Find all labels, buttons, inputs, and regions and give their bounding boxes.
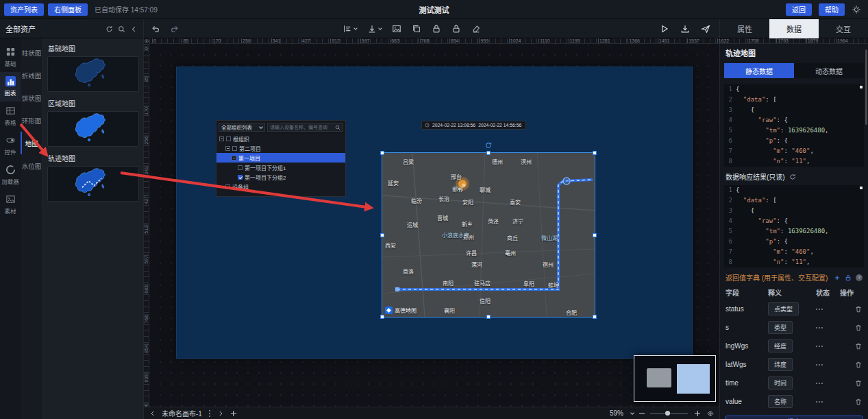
more-actions-icon[interactable]: [816, 383, 840, 384]
expander-icon[interactable]: [225, 146, 230, 151]
org-tree-widget[interactable]: 全部组织列表 根组织第二项目第一项目第一项目下分组1第一项目下分组2设备组: [216, 120, 346, 197]
tree-node[interactable]: 第一项目下分组2: [216, 172, 345, 182]
rotate-handle-icon[interactable]: [484, 141, 493, 149]
checkbox[interactable]: [226, 136, 231, 141]
panel-tab-attributes[interactable]: 属性: [720, 19, 769, 38]
checkbox[interactable]: [238, 175, 243, 180]
checkbox[interactable]: [238, 165, 243, 170]
canvas-menu-icon[interactable]: [209, 413, 210, 414]
data-tab-dynamic[interactable]: 动态数据: [794, 63, 864, 78]
submit-button[interactable]: 提交: [726, 416, 863, 419]
resize-handle-ne[interactable]: [593, 151, 597, 155]
category-item-pie[interactable]: 饼状图: [21, 86, 42, 109]
rail-item-controls[interactable]: 控件: [0, 131, 21, 160]
rail-item-loaders[interactable]: 加载器: [0, 160, 21, 190]
panel-scrollbar[interactable]: [865, 49, 867, 125]
zoom-in-icon[interactable]: [693, 409, 702, 418]
delete-field-icon[interactable]: [854, 361, 863, 369]
zoom-level[interactable]: 59%: [610, 409, 623, 417]
refresh-icon[interactable]: [106, 25, 113, 33]
resize-handle-sw[interactable]: [380, 315, 384, 319]
preview-play-icon[interactable]: [660, 24, 669, 34]
artboard[interactable]: 全部组织列表 根组织第二项目第一项目第一项目下分组1第一项目下分组2设备组 20…: [177, 67, 692, 358]
asset-list-button[interactable]: 资产列表: [4, 3, 44, 16]
next-canvas-icon[interactable]: [217, 410, 224, 417]
add-canvas-icon[interactable]: [230, 409, 238, 418]
delete-field-icon[interactable]: [854, 324, 863, 332]
more-actions-icon[interactable]: [816, 346, 840, 347]
viewer-resize-handle[interactable]: [860, 187, 863, 189]
tree-node[interactable]: 第二项目: [216, 143, 345, 153]
right-panel-button[interactable]: 右侧面板: [48, 3, 88, 16]
asset-card-region[interactable]: 区域地图: [47, 98, 139, 147]
editor-resize-handle[interactable]: [860, 86, 863, 88]
zoom-out-icon[interactable]: [639, 413, 645, 414]
resize-handle-s[interactable]: [486, 315, 491, 319]
more-actions-icon[interactable]: [816, 364, 840, 366]
zoom-slider[interactable]: [650, 413, 688, 414]
more-actions-icon[interactable]: [816, 401, 840, 403]
panel-tab-interaction[interactable]: 交互: [819, 19, 868, 38]
resize-handle-w[interactable]: [380, 233, 384, 237]
minimap[interactable]: [634, 355, 716, 402]
device-search-input[interactable]: [270, 125, 335, 130]
ruler-origin-icon[interactable]: [144, 38, 149, 44]
delete-field-icon[interactable]: [854, 398, 863, 406]
align-dropdown-icon[interactable]: [343, 24, 357, 34]
add-field-icon[interactable]: [834, 274, 841, 281]
more-actions-icon[interactable]: [816, 327, 840, 328]
datetime-range-picker[interactable]: 2024-02-22 13:08:56 2024-02-22 14:56:56: [421, 121, 526, 130]
data-tab-static[interactable]: 静态数据: [724, 63, 794, 78]
rail-item-materials[interactable]: 素材: [0, 190, 21, 219]
response-data-viewer[interactable]: 1{2 "data": [3 {4 "raw": {5 "tm": 163962…: [724, 185, 864, 267]
tree-node[interactable]: 第一项目: [216, 153, 345, 163]
help-info-icon[interactable]: ?: [856, 274, 863, 281]
duplicate-icon[interactable]: [412, 24, 421, 34]
resize-handle-e[interactable]: [593, 233, 597, 237]
redo-icon[interactable]: [170, 24, 179, 34]
undo-icon[interactable]: [151, 24, 160, 34]
tree-node[interactable]: 第一项目下分组1: [216, 163, 345, 172]
tree-node[interactable]: 设备组: [216, 182, 345, 191]
rail-item-tables[interactable]: 表格: [0, 101, 21, 131]
unlock-icon[interactable]: [451, 24, 461, 34]
settings-gear-icon[interactable]: [852, 5, 861, 14]
prev-canvas-icon[interactable]: [149, 410, 156, 417]
canvas-tab[interactable]: 未命名画布-1: [162, 408, 202, 418]
delete-field-icon[interactable]: [854, 305, 863, 313]
zoom-slider-thumb[interactable]: [665, 411, 670, 416]
asset-card-track[interactable]: 轨迹地图: [47, 153, 139, 202]
asset-card-basic[interactable]: 基础地图: [47, 43, 139, 92]
expander-icon[interactable]: [219, 136, 224, 141]
rail-item-basic[interactable]: 基础: [0, 43, 21, 72]
more-actions-icon[interactable]: [816, 309, 840, 310]
rail-item-charts[interactable]: 图表: [0, 72, 21, 101]
category-item-line[interactable]: 折线图: [21, 64, 42, 86]
category-item-donut[interactable]: 环形图: [21, 109, 42, 132]
publish-icon[interactable]: [701, 24, 710, 34]
back-button[interactable]: 返回: [786, 3, 812, 16]
track-map-component[interactable]: 吕梁德州滨州邢台延安邯郸聊城临汾长治安阳泰安晋城新乡菏泽济宁运城小浪底水库郑州商…: [382, 153, 595, 317]
refresh-response-icon[interactable]: [789, 173, 796, 180]
static-data-editor[interactable]: 1{2 "data": [3 {4 "raw": {5 "tm": 163962…: [724, 84, 864, 167]
lock-icon[interactable]: [432, 24, 441, 34]
org-select[interactable]: 全部组织列表: [219, 123, 265, 132]
search-icon[interactable]: [118, 25, 125, 33]
resize-handle-se[interactable]: [593, 315, 597, 319]
search-icon[interactable]: [335, 125, 340, 130]
checkbox[interactable]: [232, 146, 237, 151]
panel-tab-data[interactable]: 数据: [769, 19, 819, 38]
layer-order-dropdown-icon[interactable]: [367, 24, 382, 34]
delete-field-icon[interactable]: [854, 379, 863, 387]
collapse-panel-icon[interactable]: [130, 25, 138, 33]
lock-fields-icon[interactable]: [845, 274, 852, 281]
delete-field-icon[interactable]: [854, 342, 863, 350]
clear-canvas-icon[interactable]: [471, 24, 481, 34]
fit-view-icon[interactable]: [707, 410, 714, 417]
category-item-map[interactable]: 地图: [21, 132, 42, 154]
save-icon[interactable]: [680, 24, 690, 34]
category-item-bar[interactable]: 柱状图: [21, 41, 42, 64]
expander-icon[interactable]: [232, 156, 236, 160]
tree-node[interactable]: 根组织: [216, 134, 345, 143]
checkbox[interactable]: [225, 184, 230, 189]
